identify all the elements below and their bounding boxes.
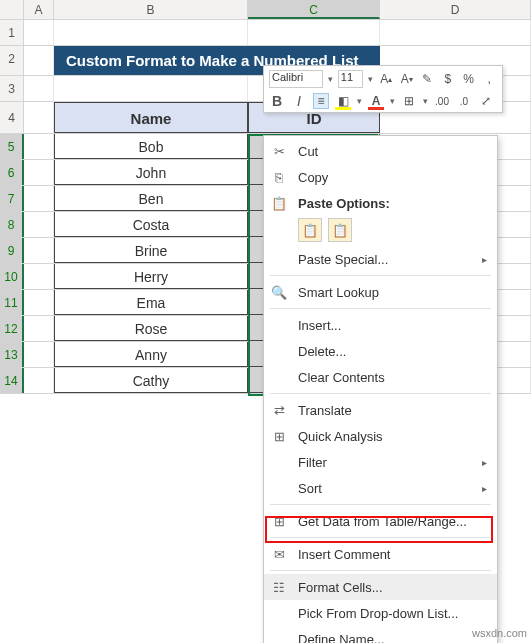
menu-sort[interactable]: Sort ▸ <box>264 475 497 501</box>
name-cell[interactable]: Cathy <box>54 368 248 393</box>
menu-insert-comment[interactable]: ✉ Insert Comment <box>264 541 497 567</box>
menu-paste-options-label: Paste Options: <box>298 196 390 211</box>
row-header[interactable]: 14 <box>0 368 24 393</box>
cell[interactable] <box>24 160 54 185</box>
percent-format-icon[interactable]: % <box>461 71 477 87</box>
borders-button[interactable]: ⊞ <box>401 93 417 109</box>
cell[interactable] <box>24 186 54 211</box>
row-header[interactable]: 2 <box>0 46 24 75</box>
row-header[interactable]: 11 <box>0 290 24 315</box>
menu-separator <box>270 393 491 394</box>
merge-center-icon[interactable]: ⤢ <box>478 93 494 109</box>
col-header-d[interactable]: D <box>380 0 531 19</box>
cell[interactable] <box>24 46 54 75</box>
menu-smart-lookup[interactable]: 🔍 Smart Lookup <box>264 279 497 305</box>
watermark: wsxdn.com <box>472 627 527 639</box>
cell[interactable] <box>24 76 54 101</box>
comma-format-icon[interactable]: , <box>481 71 497 87</box>
cell[interactable] <box>24 264 54 289</box>
row-header[interactable]: 3 <box>0 76 24 101</box>
menu-format-cells[interactable]: ☷ Format Cells... <box>264 574 497 600</box>
cell[interactable] <box>24 212 54 237</box>
menu-clear-label: Clear Contents <box>298 370 385 385</box>
align-center-button[interactable]: ≡ <box>313 93 329 109</box>
name-cell[interactable]: Ema <box>54 290 248 315</box>
menu-get-data[interactable]: ⊞ Get Data from Table/Range... <box>264 508 497 534</box>
name-cell[interactable]: Anny <box>54 342 248 367</box>
row-header[interactable]: 8 <box>0 212 24 237</box>
decrease-decimal-icon[interactable]: .0 <box>456 93 472 109</box>
name-cell[interactable]: Ben <box>54 186 248 211</box>
menu-translate[interactable]: ⇄ Translate <box>264 397 497 423</box>
row-header[interactable]: 7 <box>0 186 24 211</box>
accounting-format-icon[interactable]: $ <box>440 71 456 87</box>
dropdown-icon[interactable]: ▾ <box>390 96 395 106</box>
row-header[interactable]: 5 <box>0 134 24 159</box>
col-header-b[interactable]: B <box>54 0 248 19</box>
cell[interactable] <box>24 342 54 367</box>
decrease-font-icon[interactable]: A▾ <box>399 71 415 87</box>
name-cell[interactable]: Bob <box>54 134 248 159</box>
name-cell[interactable]: John <box>54 160 248 185</box>
row-header[interactable]: 4 <box>0 102 24 133</box>
menu-translate-label: Translate <box>298 403 352 418</box>
row-header[interactable]: 6 <box>0 160 24 185</box>
menu-cut[interactable]: ✂ Cut <box>264 138 497 164</box>
cell[interactable] <box>24 134 54 159</box>
menu-delete[interactable]: Delete... <box>264 338 497 364</box>
dropdown-icon[interactable]: ▾ <box>357 96 362 106</box>
select-all-corner[interactable] <box>0 0 24 19</box>
header-name[interactable]: Name <box>54 102 248 133</box>
paste-option-1[interactable]: 📋 <box>298 218 322 242</box>
cell[interactable] <box>24 238 54 263</box>
font-size-input[interactable]: 11 <box>338 70 364 88</box>
increase-font-icon[interactable]: A▴ <box>378 71 394 87</box>
name-cell[interactable]: Herry <box>54 264 248 289</box>
cell[interactable] <box>24 102 54 133</box>
menu-quick-analysis[interactable]: ⊞ Quick Analysis <box>264 423 497 449</box>
cell[interactable] <box>54 76 248 101</box>
lookup-icon: 🔍 <box>268 283 290 301</box>
menu-pick-list[interactable]: Pick From Drop-down List... <box>264 600 497 626</box>
name-cell[interactable]: Costa <box>54 212 248 237</box>
menu-clear-contents[interactable]: Clear Contents <box>264 364 497 390</box>
row-header[interactable]: 1 <box>0 20 24 45</box>
menu-filter[interactable]: Filter ▸ <box>264 449 497 475</box>
menu-paste-special[interactable]: Paste Special... ▸ <box>264 246 497 272</box>
name-cell[interactable]: Rose <box>54 316 248 341</box>
bold-button[interactable]: B <box>269 93 285 109</box>
menu-insert[interactable]: Insert... <box>264 312 497 338</box>
menu-define-name[interactable]: Define Name... <box>264 626 497 643</box>
row-header[interactable]: 10 <box>0 264 24 289</box>
fill-color-button[interactable]: ◧ <box>335 93 351 109</box>
col-header-a[interactable]: A <box>24 0 54 19</box>
cell[interactable] <box>24 290 54 315</box>
format-painter-icon[interactable]: ✎ <box>420 71 436 87</box>
menu-format-cells-label: Format Cells... <box>298 580 383 595</box>
size-dropdown-icon[interactable]: ▾ <box>368 74 373 84</box>
mini-toolbar: Calibri ▾ 11 ▾ A▴ A▾ ✎ $ % , B I ≡ ◧ ▾ A… <box>263 65 503 113</box>
paste-options-icons: 📋 📋 <box>264 216 497 246</box>
translate-icon: ⇄ <box>268 401 290 419</box>
quick-analysis-icon: ⊞ <box>268 427 290 445</box>
row-header[interactable]: 9 <box>0 238 24 263</box>
row-header[interactable]: 12 <box>0 316 24 341</box>
menu-separator <box>270 504 491 505</box>
cell[interactable] <box>24 368 54 393</box>
col-header-c[interactable]: C <box>248 0 380 19</box>
cell[interactable] <box>248 20 380 45</box>
increase-decimal-icon[interactable]: .00 <box>434 93 450 109</box>
cell[interactable] <box>380 20 531 45</box>
row-header[interactable]: 13 <box>0 342 24 367</box>
menu-copy[interactable]: ⎘ Copy <box>264 164 497 190</box>
italic-button[interactable]: I <box>291 93 307 109</box>
font-name-input[interactable]: Calibri <box>269 70 323 88</box>
name-cell[interactable]: Brine <box>54 238 248 263</box>
cell[interactable] <box>24 20 54 45</box>
dropdown-icon[interactable]: ▾ <box>423 96 428 106</box>
cell[interactable] <box>24 316 54 341</box>
font-dropdown-icon[interactable]: ▾ <box>328 74 333 84</box>
cell[interactable] <box>54 20 248 45</box>
paste-option-2[interactable]: 📋 <box>328 218 352 242</box>
font-color-button[interactable]: A <box>368 93 384 109</box>
